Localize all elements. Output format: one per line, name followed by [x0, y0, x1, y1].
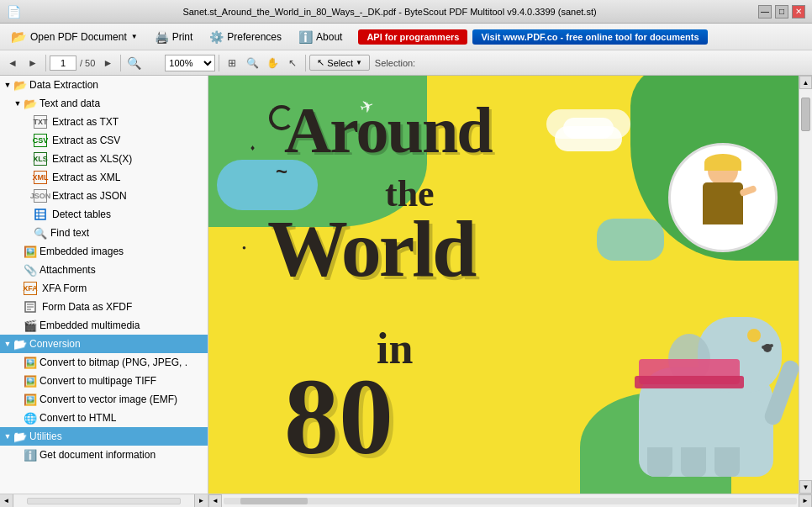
elephant-cloth-fringe	[635, 376, 744, 388]
tree-xfa-form[interactable]: ▶ XFA XFA Form	[0, 279, 208, 298]
tree-embedded-images[interactable]: ▶ 🖼️ Embedded images	[0, 242, 208, 261]
horizontal-scrollbar[interactable]: ◄ ►	[208, 494, 812, 507]
tree-container: ▼ 📂 Data Extraction ▼ 📂 Text and data ▶ …	[0, 76, 208, 494]
convert-html-label: Convert to HTML	[40, 412, 116, 424]
tree-get-doc-info[interactable]: ▶ ℹ️ Get document information	[0, 446, 208, 464]
tree-conversion[interactable]: ▼ 📂 Conversion	[0, 335, 208, 353]
hscroll-right-btn[interactable]: ►	[799, 494, 812, 508]
preferences-label: Preferences	[227, 31, 282, 43]
vscroll-down-btn[interactable]: ▼	[799, 480, 812, 494]
info-icon: ℹ️	[24, 448, 37, 462]
search-button[interactable]: 🔍	[243, 54, 261, 72]
hscroll-thumb[interactable]	[240, 498, 308, 504]
vscroll-thumb[interactable]	[801, 98, 810, 131]
hscroll-left-btn[interactable]: ◄	[208, 494, 222, 508]
vscroll-track	[799, 89, 812, 480]
about-button[interactable]: ℹ️ About	[291, 26, 350, 48]
text-and-data-label: Text and data	[40, 98, 100, 109]
tree-text-and-data[interactable]: ▼ 📂 Text and data	[0, 94, 208, 113]
expand-icon-text: ▼	[13, 99, 22, 108]
expand-icon: ▼	[3, 81, 12, 89]
tree-data-extraction[interactable]: ▼ 📂 Data Extraction	[0, 76, 208, 94]
tree-extract-xml[interactable]: ▶ XML Extract as XML	[0, 168, 208, 187]
txt-icon: TXT	[34, 115, 47, 129]
expand-conversion: ▼	[3, 340, 12, 348]
open-icon: 📂	[11, 29, 27, 45]
tree-convert-emf[interactable]: ▶ 🖼️ Convert to vector image (EMF)	[0, 390, 208, 409]
forward-button[interactable]: ►	[24, 54, 42, 72]
open-label: Open PDF Document	[30, 31, 127, 43]
cursor-button[interactable]: ↖	[283, 54, 302, 72]
text-around: Around	[284, 92, 492, 168]
expand-utilities: ▼	[3, 432, 12, 441]
zoom-in-button[interactable]	[145, 54, 163, 72]
table-icon	[34, 208, 47, 221]
xml-icon: XML	[34, 171, 47, 184]
page-separator: / 50	[80, 58, 95, 68]
tree-form-data-xfdf[interactable]: ▶ Form Data as XFDF	[0, 298, 208, 316]
tree-embedded-multimedia[interactable]: ▶ 🎬 Embedded multimedia	[0, 316, 208, 335]
water-patch2	[597, 219, 664, 261]
toolbar: ◄ ► / 50 ► 🔍 100% 75% 125% 150% 200% ⊞ 🔍…	[0, 50, 812, 76]
elephant-leg2	[681, 447, 706, 477]
embedded-images-label: Embedded images	[40, 246, 124, 257]
maximize-button[interactable]: □	[775, 5, 788, 18]
pdf-background: ✈ Around the World in 80	[208, 76, 799, 494]
find-icon: 🔍	[34, 226, 47, 240]
api-button[interactable]: API for programmers	[358, 29, 467, 45]
folder-utilities-icon: 📂	[13, 430, 27, 443]
tree-detect-tables[interactable]: ▶ Detect tables	[0, 205, 208, 224]
tree-extract-txt[interactable]: ▶ TXT Extract as TXT	[0, 113, 208, 131]
page-number-input[interactable]	[50, 55, 76, 71]
open-pdf-button[interactable]: 📂 Open PDF Document ▼	[3, 25, 145, 49]
print-button[interactable]: 🖨️ Print	[147, 26, 201, 48]
tree-extract-csv[interactable]: ▶ CSV Extract as CSV	[0, 131, 208, 150]
zoom-select[interactable]: 100% 75% 125% 150% 200%	[165, 55, 215, 71]
tiff-icon: 🖼️	[24, 374, 37, 388]
data-extraction-label: Data Extraction	[29, 79, 98, 91]
hscroll-track	[224, 498, 797, 504]
emf-icon: 🖼️	[24, 393, 37, 406]
girl-hair	[704, 154, 741, 171]
select-button[interactable]: ↖ Select ▼	[309, 55, 370, 71]
xls-icon: XLS	[34, 152, 47, 166]
hand-tool-button[interactable]: ✋	[263, 54, 282, 72]
tree-convert-bitmap[interactable]: ▶ 🖼️ Convert to bitmap (PNG, JPEG, .	[0, 353, 208, 372]
get-doc-info-label: Get document information	[40, 449, 156, 461]
tree-utilities[interactable]: ▼ 📂 Utilities	[0, 427, 208, 446]
bitmap-icon: 🖼️	[24, 356, 37, 369]
tree-extract-xls[interactable]: ▶ XLS Extract as XLS(X)	[0, 150, 208, 168]
close-button[interactable]: ✕	[792, 5, 805, 18]
about-label: About	[316, 31, 342, 43]
minimize-button[interactable]: —	[758, 5, 772, 18]
visit-button[interactable]: Visit www.PDF.co - free online tool for …	[472, 29, 707, 45]
elephant-area	[622, 325, 790, 477]
zoom-out-button[interactable]: 🔍	[124, 54, 143, 72]
back-button[interactable]: ◄	[3, 54, 22, 72]
extract-json-label: Extract as JSON	[52, 190, 127, 202]
tree-convert-tiff[interactable]: ▶ 🖼️ Convert to multipage TIFF	[0, 372, 208, 390]
viewer-main: ✈ Around the World in 80	[208, 76, 812, 494]
page-nav-btn[interactable]: ►	[98, 54, 117, 72]
girl-circle	[668, 143, 778, 252]
toolbar-separator-1	[45, 55, 46, 71]
tree-find-text[interactable]: ▶ 🔍 Find text	[0, 224, 208, 242]
tree-extract-json[interactable]: ▶ JSON Extract as JSON	[0, 187, 208, 205]
xfa-form-label: XFA Form	[42, 283, 87, 294]
fit-button[interactable]: ⊞	[223, 54, 241, 72]
tree-attachments[interactable]: ▶ 📎 Attachments	[0, 261, 208, 279]
hscroll-left-btn[interactable]: ◄	[0, 494, 13, 507]
tree-convert-html[interactable]: ▶ 🌐 Convert to HTML	[0, 409, 208, 427]
attachments-label: Attachments	[40, 264, 96, 276]
vertical-scrollbar[interactable]: ▲ ▼	[799, 76, 812, 494]
xfa-icon: XFA	[24, 282, 37, 295]
cloud-2	[563, 118, 614, 139]
extract-txt-label: Extract as TXT	[52, 116, 119, 128]
hscroll-right-btn[interactable]: ►	[194, 494, 208, 507]
preferences-button[interactable]: ⚙️ Preferences	[202, 26, 289, 48]
conversion-label: Conversion	[29, 338, 81, 350]
left-panel-hscroll[interactable]: ◄ ►	[0, 494, 208, 507]
xfdf-icon	[24, 300, 37, 314]
vscroll-up-btn[interactable]: ▲	[799, 76, 812, 89]
about-icon: ℹ️	[298, 30, 313, 44]
